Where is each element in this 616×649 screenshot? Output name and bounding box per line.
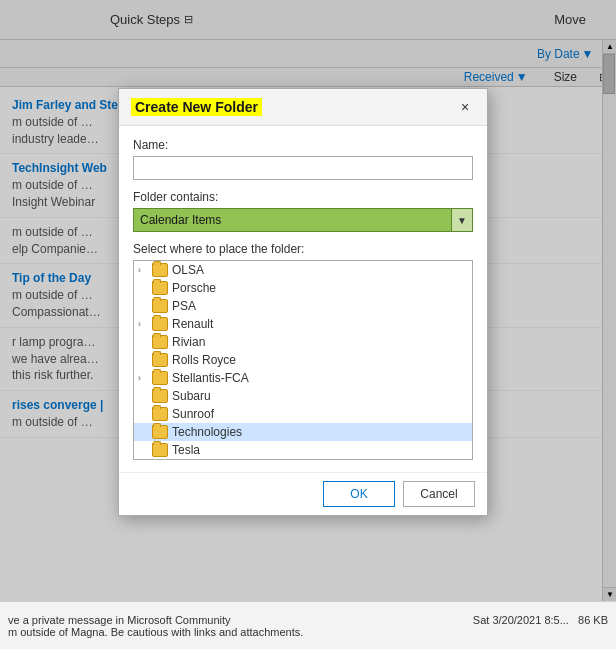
dialog-title: Create New Folder xyxy=(131,98,262,116)
tree-item[interactable]: Subaru xyxy=(134,387,472,405)
folder-icon xyxy=(152,443,168,457)
name-input[interactable] xyxy=(133,156,473,180)
folder-contains-dropdown[interactable]: Calendar Items ▼ xyxy=(133,208,473,232)
tree-item-label: Sunroof xyxy=(172,407,214,421)
tree-item[interactable]: Sunroof xyxy=(134,405,472,423)
folder-icon xyxy=(152,407,168,421)
tree-item-label: Rivian xyxy=(172,335,205,349)
dialog-body: Name: Folder contains: Calendar Items ▼ … xyxy=(119,126,487,472)
tree-expand-arrow: › xyxy=(138,373,152,383)
folder-tree[interactable]: ›OLSAPorschePSA›RenaultRivianRolls Royce… xyxy=(133,260,473,460)
status-bar-row2: m outside of Magna. Be cautious with lin… xyxy=(8,626,608,638)
tree-item-label: Porsche xyxy=(172,281,216,295)
place-folder-label: Select where to place the folder: xyxy=(133,242,473,256)
tree-item-label: Subaru xyxy=(172,389,211,403)
create-folder-dialog: Create New Folder × Name: Folder contain… xyxy=(118,88,488,516)
close-button[interactable]: × xyxy=(455,97,475,117)
status-bar: ve a private message in Microsoft Commun… xyxy=(0,601,616,649)
tree-item[interactable]: Tesla xyxy=(134,441,472,459)
folder-icon xyxy=(152,389,168,403)
status-date: Sat 3/20/2021 8:5... xyxy=(473,614,569,626)
folder-icon xyxy=(152,263,168,277)
folder-icon xyxy=(152,317,168,331)
tree-item[interactable]: Rolls Royce xyxy=(134,351,472,369)
status-date-size: Sat 3/20/2021 8:5... 86 KB xyxy=(473,614,608,626)
tree-item-label: Technologies xyxy=(172,425,242,439)
folder-contains-label: Folder contains: xyxy=(133,190,473,204)
status-message2: m outside of Magna. Be cautious with lin… xyxy=(8,626,303,638)
tree-item[interactable]: PSA xyxy=(134,297,472,315)
cancel-button[interactable]: Cancel xyxy=(403,481,475,507)
tree-item[interactable]: Technologies xyxy=(134,423,472,441)
folder-icon xyxy=(152,371,168,385)
dropdown-selected-value: Calendar Items xyxy=(133,208,451,232)
status-bar-row1: ve a private message in Microsoft Commun… xyxy=(8,614,608,626)
tree-expand-arrow: › xyxy=(138,319,152,329)
tree-item[interactable]: ›Renault xyxy=(134,315,472,333)
tree-item-label: Tesla xyxy=(172,443,200,457)
tree-expand-arrow: › xyxy=(138,265,152,275)
tree-item[interactable]: Rivian xyxy=(134,333,472,351)
folder-icon xyxy=(152,353,168,367)
tree-item-label: Renault xyxy=(172,317,213,331)
name-field-label: Name: xyxy=(133,138,473,152)
tree-item-label: Rolls Royce xyxy=(172,353,236,367)
folder-icon xyxy=(152,299,168,313)
dialog-footer: OK Cancel xyxy=(119,472,487,515)
ok-button[interactable]: OK xyxy=(323,481,395,507)
tree-item-label: PSA xyxy=(172,299,196,313)
folder-icon xyxy=(152,281,168,295)
folder-icon xyxy=(152,425,168,439)
folder-icon xyxy=(152,335,168,349)
tree-item[interactable]: ›Stellantis-FCA xyxy=(134,369,472,387)
tree-item[interactable]: ›OLSA xyxy=(134,261,472,279)
status-message: ve a private message in Microsoft Commun… xyxy=(8,614,231,626)
tree-item-label: OLSA xyxy=(172,263,204,277)
tree-item-label: Stellantis-FCA xyxy=(172,371,249,385)
dialog-title-bar: Create New Folder × xyxy=(119,89,487,126)
tree-item[interactable]: Porsche xyxy=(134,279,472,297)
dropdown-arrow-button[interactable]: ▼ xyxy=(451,208,473,232)
status-size: 86 KB xyxy=(578,614,608,626)
